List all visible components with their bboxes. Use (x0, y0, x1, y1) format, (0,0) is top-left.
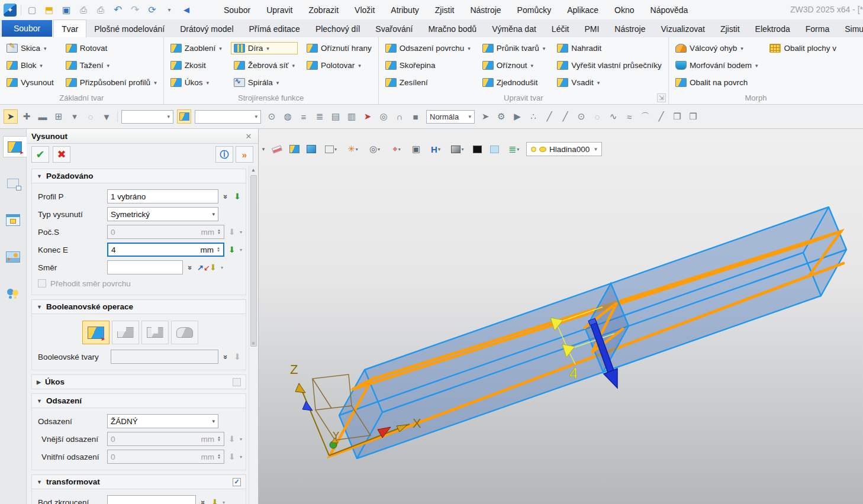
boolean-add-button[interactable] (112, 321, 139, 344)
dropdown-arrow-icon[interactable]: ▾ (223, 500, 225, 504)
flip-direction-icon[interactable]: ↗↙ (197, 263, 205, 272)
panel-tab-display[interactable] (2, 209, 24, 231)
spinner-icon[interactable]: ▲▼ (217, 247, 220, 253)
point-pick-icon[interactable]: ➤ (478, 109, 492, 124)
section-booleanovske-operace[interactable]: ▼ Booleanovské operace (31, 299, 246, 314)
tab-prima-editace[interactable]: Přímá editace (241, 20, 308, 37)
tab-forma[interactable]: Forma (798, 20, 837, 37)
prunik-tvaru-button[interactable]: Průnik tvarů ▾ (479, 42, 549, 54)
scroll-up-icon[interactable]: ▲ (249, 166, 257, 175)
boolean-base-button[interactable] (82, 321, 110, 344)
odsazeni-povrchu-button[interactable]: Odsazení povrchu ▾ (382, 42, 474, 54)
point-mode-combo[interactable]: Normála▾ (426, 110, 475, 124)
dropdown-arrow-icon[interactable]: ▾ (240, 247, 242, 253)
close-icon[interactable]: ✕ (244, 132, 253, 141)
zebrova-sit-button[interactable]: Žebrová síť ▾ (231, 59, 298, 72)
zoom-view-icon[interactable]: ◎▾ (365, 142, 384, 156)
panel-tab-extrude[interactable] (3, 136, 27, 157)
zesileni-button[interactable]: Zesílení (382, 76, 474, 89)
menu-item[interactable]: Vložit (355, 5, 375, 15)
arc-snap-icon[interactable]: ⌒ (638, 109, 652, 124)
zaobleni-button[interactable]: Zaoblení ▾ (168, 42, 225, 54)
expand-list-icon[interactable]: » (221, 192, 230, 201)
pick-add-icon[interactable]: ✚ (20, 109, 34, 124)
import-arrow-icon[interactable]: ⬇ (233, 192, 242, 201)
entity-list-combo[interactable]: ▾ (195, 110, 261, 124)
toolbar-overflow-arrow-icon[interactable]: ▾ (260, 142, 267, 156)
panel-tab-collaborate[interactable] (2, 283, 24, 304)
viewport[interactable]: ▾ ▾ ✳▾ ◎▾ ⌖▾ ▣ H▾ ▾ ≣▾ Hladina000 ▾ (259, 129, 863, 504)
print-plus-icon[interactable]: ⎙ (94, 4, 107, 17)
tab-svarovani[interactable]: Svařování (368, 20, 420, 37)
compass-icon[interactable]: ◎ (376, 109, 391, 124)
line-snap-icon[interactable]: ╱ (542, 109, 556, 124)
tab-mracno-bodu[interactable]: Mračno bodů (420, 20, 484, 37)
background-blue-swatch[interactable] (487, 142, 501, 156)
layers-icon[interactable]: ≣▾ (504, 142, 523, 156)
skica-button[interactable]: Skica ▾ (4, 42, 57, 54)
polotovar-button[interactable]: Polotovar ▾ (304, 59, 375, 72)
pick-all-icon[interactable]: ➤ (360, 109, 375, 124)
typ-vysunuti-select[interactable]: Symetrický ▾ (107, 207, 218, 221)
notify-flag-icon[interactable]: ◀ (180, 4, 193, 17)
new-file-icon[interactable]: ▢ (25, 4, 38, 17)
pick-window-icon[interactable]: ⊞ (51, 109, 66, 124)
plane-icon[interactable]: ■ (408, 109, 423, 124)
pick-filter-combo[interactable]: ▾ (121, 110, 173, 124)
dropdown-arrow-icon[interactable]: ▾ (219, 46, 222, 51)
boolean-intersect-button[interactable] (171, 321, 198, 344)
oriznuti-hrany-button[interactable]: Oříznutí hrany (304, 42, 375, 54)
cube-face-snap-icon[interactable]: ❒ (686, 109, 700, 124)
wave-snap-icon[interactable]: ≈ (622, 109, 636, 124)
menu-item[interactable]: Zjistit (435, 5, 455, 15)
menu-item[interactable]: Aplikace (567, 5, 598, 15)
undo-icon[interactable]: ↶ (111, 4, 124, 17)
section-transformovat[interactable]: ▼ transformovat ✓ (31, 474, 246, 489)
flip-surface-checkbox[interactable] (38, 279, 46, 287)
autopoint-icon[interactable]: ▶ (510, 109, 524, 124)
constraint-icon[interactable]: H▾ (426, 142, 445, 156)
import-arrow-icon[interactable]: ⬇ (227, 245, 237, 254)
dropdown-arrow-icon[interactable]: ▾ (276, 80, 279, 86)
fit-window-icon[interactable]: ▣ (409, 142, 423, 156)
guide-button[interactable]: » (236, 146, 253, 163)
extruded-beam[interactable] (330, 207, 846, 458)
panel-scrollbar[interactable]: ▲ ≡ (249, 166, 257, 504)
zkosit-button[interactable]: Zkosit (168, 59, 225, 72)
bulb-set-icon[interactable]: ◍ (281, 109, 295, 124)
obalit-plochy-button[interactable]: Obalit plochy v (767, 42, 839, 54)
info-button[interactable]: ⓘ (215, 146, 233, 163)
menu-item[interactable]: Pomůcky (517, 5, 552, 15)
prizpusobeni-profilu-button[interactable]: Přizpůsobení profilů ▾ (63, 76, 160, 89)
dropdown-arrow-icon[interactable]: ▾ (468, 46, 471, 51)
section-pozadovano[interactable]: ▼ Požadováno (31, 169, 246, 183)
expand-list-icon[interactable]: » (221, 353, 230, 361)
dropdown-arrow-icon[interactable]: ▾ (292, 63, 295, 69)
ok-button[interactable]: ✔ (31, 146, 49, 163)
expand-list-icon[interactable]: » (199, 498, 208, 504)
vysunout-button[interactable]: Vysunout (4, 76, 57, 89)
cube-snap-icon[interactable]: ❒ (670, 109, 684, 124)
menu-item[interactable]: Upravit (266, 5, 292, 15)
ukos-checkbox[interactable] (233, 378, 241, 386)
dropdown-arrow-icon[interactable]: ▾ (107, 63, 110, 69)
nahradit-button[interactable]: Nahradit (554, 42, 665, 54)
import-arrow-icon[interactable]: ⬇ (208, 263, 218, 272)
dialog-launcher-icon[interactable]: ⇲ (657, 93, 666, 102)
scatter-points-icon[interactable]: ∴ (526, 109, 540, 124)
line-mid-snap-icon[interactable]: ╱ (558, 109, 572, 124)
panel-tab-wireframe[interactable] (2, 173, 24, 194)
wireframe-view-icon[interactable]: ▾ (321, 142, 340, 156)
layer-combo[interactable]: Hladina000 ▾ (526, 142, 602, 156)
dropdown-arrow-icon[interactable]: ▾ (44, 46, 47, 51)
model-scene[interactable]: Z X Y 4 (259, 129, 863, 504)
morfovani-bodem-button[interactable]: Morfování bodem ▾ (672, 59, 761, 72)
tab-nastroje[interactable]: Nástroje (607, 20, 653, 37)
scrollbar-thumb[interactable]: ≡ (250, 175, 257, 347)
zjednodusit-button[interactable]: Zjednodušit (479, 76, 549, 89)
profil-input[interactable]: 1 vybráno (107, 189, 218, 203)
dropdown-arrow-icon[interactable]: ▾ (154, 80, 157, 86)
solid-view-icon[interactable] (304, 142, 318, 156)
rotovat-button[interactable]: Rotovat (63, 42, 160, 54)
pick-remove-icon[interactable]: ▬ (36, 109, 50, 124)
